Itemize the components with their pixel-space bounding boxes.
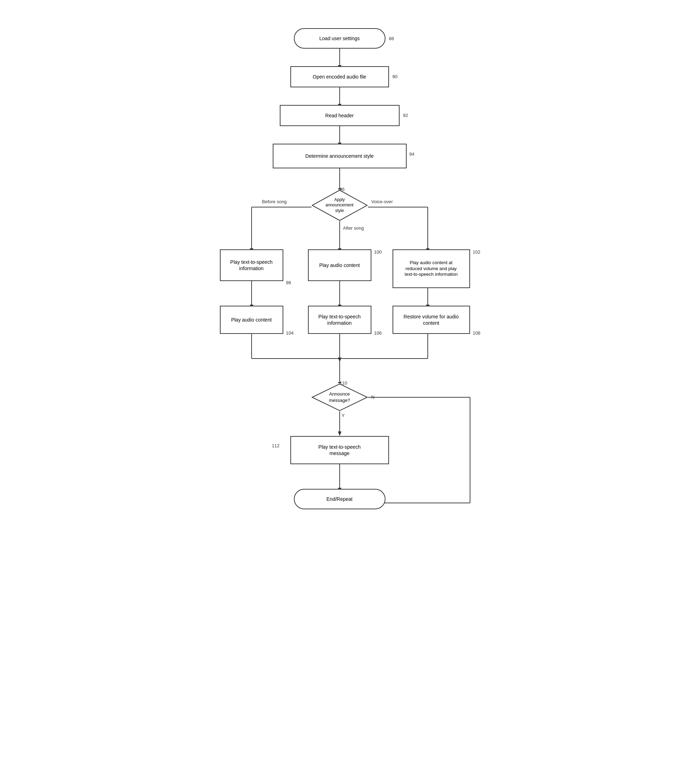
end-repeat-node: End/Repeat (294, 489, 385, 509)
play-audio-after-node: Play audio content (308, 249, 371, 281)
svg-marker-31 (338, 431, 341, 436)
ref-92: 92 (403, 113, 408, 118)
restore-volume-node: Restore volume for audio content (393, 306, 470, 334)
before-song-label: Before song (262, 199, 287, 204)
play-tts-after-node: Play text-to-speech information (308, 306, 371, 334)
ref-88: 88 (389, 36, 394, 41)
announce-no-label: N (371, 395, 375, 400)
ref-94: 94 (410, 151, 415, 157)
svg-marker-27 (338, 358, 341, 362)
play-tts-info-node: Play text-to-speech information (220, 249, 283, 281)
ref-104: 104 (286, 330, 294, 336)
voice-over-label: Voice-over (371, 199, 393, 204)
announce-message-diamond: Announce message? (311, 383, 368, 411)
play-audio-before-node: Play audio content (220, 306, 283, 334)
determine-style-node: Determine announcement style (273, 144, 407, 169)
load-user-settings-node: Load user settings (294, 28, 385, 48)
apply-style-diamond: Apply announcement style (311, 189, 368, 221)
play-tts-message-node: Play text-to-speech message (290, 436, 389, 464)
open-encoded-audio-node: Open encoded audio file (290, 66, 389, 87)
read-header-node: Read header (280, 105, 400, 126)
ref-102: 102 (473, 249, 480, 255)
play-audio-reduced-node: Play audio content at reduced volume and… (393, 249, 470, 288)
ref-108: 108 (473, 330, 480, 336)
after-song-label: After song (343, 225, 364, 231)
ref-98: 98 (286, 280, 291, 285)
ref-100: 100 (374, 249, 382, 255)
ref-112: 112 (272, 443, 280, 448)
flowchart: Load user settings 88 Open encoded audio… (181, 14, 498, 754)
announce-yes-label: Y (342, 413, 345, 418)
ref-106: 106 (374, 330, 382, 336)
ref-90: 90 (393, 74, 397, 79)
